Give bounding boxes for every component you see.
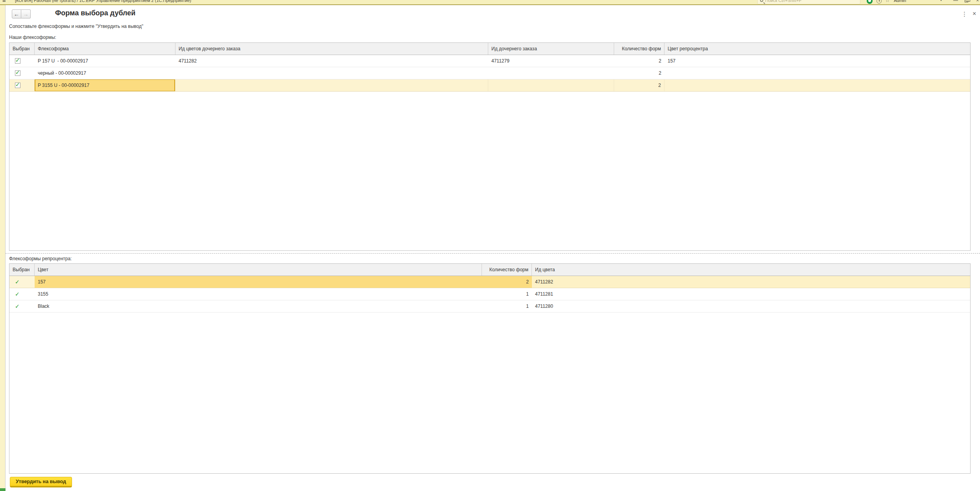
global-search-input[interactable]: Поиск Ctrl+Shift+F — [757, 0, 860, 4]
table-row[interactable]: ✓ черный - 00-00002917 2 — [9, 67, 970, 79]
col-color: Цвет — [35, 264, 482, 276]
col-form-count: Количество форм — [482, 264, 532, 276]
history-icon[interactable] — [877, 0, 882, 4]
table-row[interactable]: ✓ 3155 1 4711281 — [9, 288, 970, 300]
left-window-strip — [0, 5, 6, 491]
current-user[interactable]: Admin — [894, 0, 906, 4]
page-title: Форма выбора дублей — [55, 9, 135, 17]
col-form-count: Количество форм — [614, 43, 664, 55]
table-row-selected[interactable]: ✓ P 3155 U - 00-00002917 2 — [9, 79, 970, 92]
repro-flexoforms-table: Выбран Цвет Количество форм Ид цвета ✓ 1… — [9, 263, 971, 474]
search-placeholder: Поиск Ctrl+Shift+F — [765, 0, 801, 3]
minimize-button[interactable]: — — [953, 0, 958, 4]
main-menu-icon[interactable]: ≡ — [2, 0, 6, 4]
table-row[interactable]: ✓ P 157 U - 00-00002917 4711282 4711279 … — [9, 55, 970, 67]
more-menu-icon[interactable]: ⋮ — [962, 11, 967, 18]
confirm-output-button[interactable]: Утвердить на вывод — [10, 477, 72, 487]
window-title: [КОПИЯ] Рабочая (не трогать) / 1С:ERP Уп… — [15, 0, 191, 4]
back-button[interactable]: ← — [12, 9, 21, 18]
table-header: Выбран Флексоформа Ид цветов дочернего з… — [9, 43, 970, 55]
table-row-selected[interactable]: ✓ 157 2 4711282 — [9, 276, 970, 288]
col-selected: Выбран — [9, 264, 35, 276]
app-titlebar: ≡ [КОПИЯ] Рабочая (не трогать) / 1С:ERP … — [0, 0, 980, 4]
restore-button[interactable] — [965, 0, 968, 2]
active-cell[interactable]: P 3155 U - 00-00002917 — [35, 79, 175, 91]
col-flexoform: Флексоформа — [35, 43, 175, 55]
checkbox-checked-icon: ✓ — [15, 58, 20, 64]
favorites-icon[interactable]: ☆ — [885, 0, 890, 4]
close-form-icon[interactable]: × — [973, 10, 976, 17]
col-repro-color: Цвет репроцентра — [664, 43, 970, 55]
connection-status-indicator — [0, 488, 6, 491]
checkbox-checked-icon: ✓ — [15, 70, 20, 76]
col-selected: Выбран — [9, 43, 35, 55]
form-instruction: Сопоставьте флексоформы и нажмите "Утвер… — [9, 24, 143, 29]
col-child-color-ids: Ид цветов дочернего заказа — [175, 43, 488, 55]
search-icon — [760, 0, 763, 2]
table-row[interactable]: ✓ Black 1 4711280 — [9, 300, 970, 313]
repro-flexoforms-label: Флексоформы репроцентра: — [9, 256, 72, 261]
check-icon: ✓ — [15, 303, 20, 309]
col-color-id: Ид цвета — [532, 264, 970, 276]
our-flexoforms-label: Наши флексоформы: — [9, 35, 56, 40]
navigation-buttons: ← → — [12, 9, 31, 18]
our-flexoforms-table: Выбран Флексоформа Ид цветов дочернего з… — [9, 42, 971, 251]
checkbox-checked-icon: ✓ — [15, 83, 20, 88]
close-window-button[interactable]: × — [976, 0, 979, 4]
check-icon: ✓ — [15, 279, 20, 285]
chevron-down-icon[interactable]: ▾ — [940, 0, 942, 4]
check-icon: ✓ — [15, 291, 20, 297]
table-header: Выбран Цвет Количество форм Ид цвета — [9, 264, 970, 276]
forward-button[interactable]: → — [21, 9, 31, 18]
col-child-order-id: Ид дочернего заказа — [488, 43, 614, 55]
discussions-icon[interactable] — [867, 0, 873, 4]
section-separator — [6, 253, 980, 254]
